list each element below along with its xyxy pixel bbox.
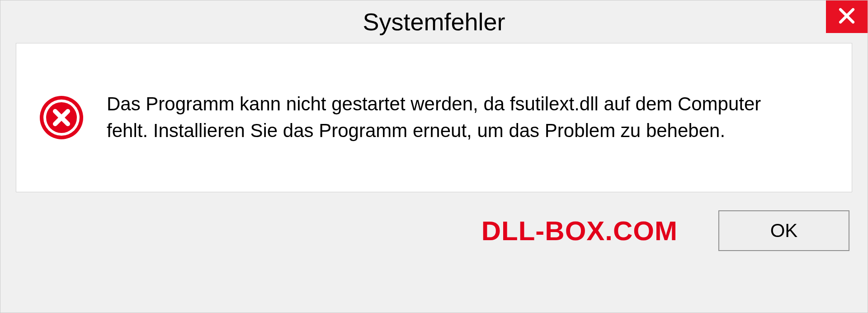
ok-button-label: OK <box>770 220 798 242</box>
close-button[interactable] <box>826 0 868 33</box>
title-bar: Systemfehler <box>0 0 868 43</box>
error-message: Das Programm kann nicht gestartet werden… <box>107 91 807 144</box>
watermark-text: DLL-BOX.COM <box>481 215 678 247</box>
dialog-footer: DLL-BOX.COM OK <box>0 192 868 269</box>
error-dialog: Systemfehler Das Programm kann nicht ges… <box>0 0 868 313</box>
dialog-title: Systemfehler <box>363 8 505 36</box>
content-panel: Das Programm kann nicht gestartet werden… <box>16 43 852 192</box>
error-icon <box>39 95 84 140</box>
ok-button[interactable]: OK <box>718 210 849 251</box>
close-icon <box>837 6 856 27</box>
